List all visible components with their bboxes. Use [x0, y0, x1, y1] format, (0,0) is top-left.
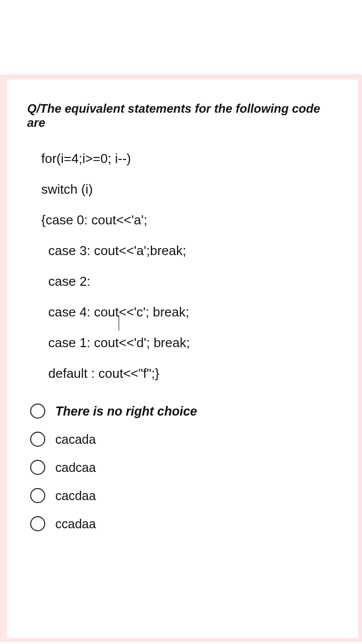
option-cadcaa[interactable]: cadcaa	[30, 460, 339, 475]
option-label: cadcaa	[55, 460, 96, 475]
code-line-case2: case 2:	[48, 274, 339, 289]
radio-icon	[30, 460, 45, 475]
code-line-case4: case 4: cout<<'c'; break;	[48, 304, 339, 320]
top-blank-area	[0, 0, 362, 75]
radio-icon	[30, 404, 45, 419]
question-card: Q/The equivalent statements for the foll…	[7, 79, 358, 638]
code-line-for: for(i=4;i>=0; i--)	[41, 151, 339, 167]
option-label: ccadaa	[55, 517, 96, 531]
option-cacada[interactable]: cacada	[30, 432, 339, 447]
code-line-default: default : cout<<"f";}	[48, 366, 339, 381]
code-block: for(i=4;i>=0; i--) switch (i) {case 0: c…	[41, 151, 339, 381]
code-line-case1: case 1: cout<<'d'; break;	[48, 335, 339, 351]
question-text: Q/The equivalent statements for the foll…	[27, 102, 339, 130]
option-label: There is no right choice	[55, 404, 197, 419]
radio-icon	[30, 488, 45, 503]
code-line-switch: switch (i)	[41, 182, 339, 197]
option-no-right-choice[interactable]: There is no right choice	[30, 404, 339, 419]
option-ccadaa[interactable]: ccadaa	[30, 516, 339, 531]
outer-card-frame: Q/The equivalent statements for the foll…	[0, 75, 362, 642]
option-cacdaa[interactable]: cacdaa	[30, 488, 339, 503]
radio-icon	[30, 516, 45, 531]
option-label: cacada	[55, 432, 96, 447]
code-line-case0: {case 0: cout<<'a';	[41, 212, 339, 228]
code-line-case4-right: <<'c'; break;	[119, 304, 189, 319]
answer-options: There is no right choice cacada cadcaa c…	[30, 404, 339, 531]
radio-icon	[30, 432, 45, 447]
code-line-case4-left: case 4: cout	[48, 304, 119, 319]
option-label: cacdaa	[55, 489, 96, 503]
code-line-case3: case 3: cout<<'a';break;	[48, 243, 339, 259]
